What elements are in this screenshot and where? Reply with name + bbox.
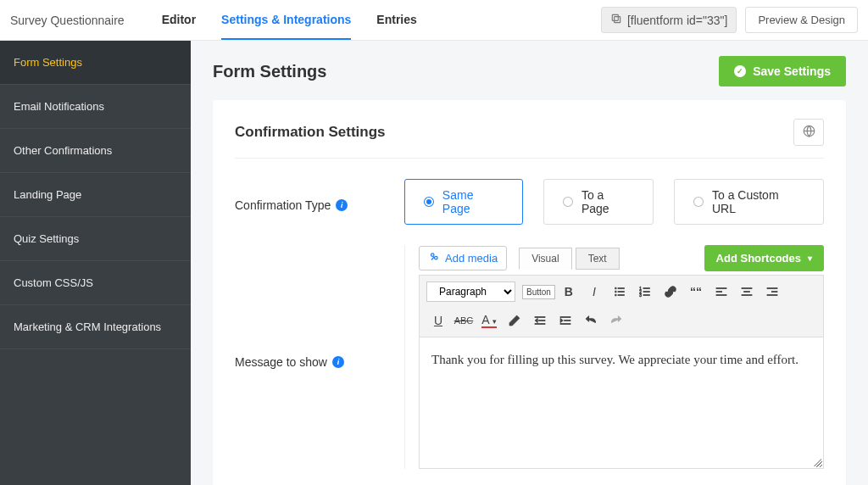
- message-to-show-label: Message to show: [235, 355, 327, 369]
- radio-label-to-page: To a Page: [581, 188, 634, 215]
- form-name: Survey Questionnaire: [10, 14, 125, 27]
- info-icon[interactable]: i: [332, 356, 344, 368]
- strikethrough-button[interactable]: ABC: [452, 309, 476, 332]
- check-icon: ✓: [734, 65, 746, 77]
- svg-point-7: [615, 291, 616, 293]
- clear-format-button[interactable]: [503, 309, 526, 332]
- undo-button[interactable]: [579, 309, 603, 332]
- quote-button[interactable]: ““: [684, 281, 708, 303]
- svg-rect-25: [767, 294, 777, 295]
- svg-rect-16: [643, 294, 649, 295]
- save-settings-button[interactable]: ✓ Save Settings: [719, 56, 846, 86]
- info-icon[interactable]: i: [336, 199, 348, 211]
- preview-design-button[interactable]: Preview & Design: [745, 7, 858, 33]
- tab-entries[interactable]: Entries: [376, 1, 416, 40]
- resize-handle[interactable]: [813, 458, 821, 466]
- svg-rect-29: [535, 323, 545, 324]
- align-right-button[interactable]: [760, 281, 784, 303]
- svg-rect-12: [643, 287, 649, 288]
- add-media-label: Add media: [445, 252, 498, 265]
- save-button-label: Save Settings: [753, 64, 831, 78]
- chevron-down-icon: ▾: [808, 254, 812, 263]
- svg-point-4: [435, 256, 438, 259]
- svg-text:3: 3: [639, 293, 642, 298]
- confirmation-type-label: Confirmation Type: [235, 198, 331, 212]
- svg-rect-18: [716, 291, 722, 292]
- svg-rect-32: [565, 320, 570, 321]
- button-label-tag: Button: [522, 285, 555, 299]
- svg-rect-6: [618, 287, 624, 288]
- outdent-button[interactable]: [528, 309, 552, 332]
- svg-rect-26: [535, 316, 545, 317]
- svg-rect-30: [560, 316, 570, 317]
- copy-icon: [610, 13, 622, 27]
- sidebar-item-custom-css-js[interactable]: Custom CSS/JS: [0, 261, 191, 305]
- radio-icon: [563, 197, 573, 207]
- shortcode-box[interactable]: [fluentform id="33"]: [601, 7, 737, 33]
- radio-icon: [424, 197, 434, 207]
- sidebar-item-landing-page[interactable]: Landing Page: [0, 173, 191, 217]
- svg-rect-20: [742, 287, 752, 288]
- align-center-button[interactable]: [735, 281, 759, 303]
- sidebar-item-form-settings[interactable]: Form Settings: [0, 41, 191, 85]
- svg-point-5: [615, 287, 616, 289]
- sidebar-item-quiz-settings[interactable]: Quiz Settings: [0, 217, 191, 261]
- shortcode-text: [fluentform id="33"]: [627, 14, 728, 27]
- format-select[interactable]: Paragraph: [426, 282, 515, 302]
- svg-rect-19: [716, 294, 726, 295]
- svg-rect-23: [767, 287, 777, 288]
- sidebar-item-marketing-crm[interactable]: Marketing & CRM Integrations: [0, 305, 191, 349]
- svg-marker-31: [560, 318, 563, 322]
- svg-rect-24: [771, 291, 777, 292]
- indent-button[interactable]: [554, 309, 577, 332]
- globe-button[interactable]: [793, 119, 824, 146]
- svg-marker-27: [535, 318, 537, 322]
- radio-to-page[interactable]: To a Page: [543, 179, 654, 225]
- svg-rect-1: [612, 14, 618, 20]
- bullet-list-button[interactable]: [608, 281, 632, 303]
- add-shortcodes-label: Add Shortcodes: [716, 252, 801, 265]
- bold-button[interactable]: B: [557, 281, 581, 303]
- editor-tab-visual[interactable]: Visual: [519, 248, 571, 270]
- editor-tab-text[interactable]: Text: [576, 248, 620, 270]
- sidebar-item-other-confirmations[interactable]: Other Confirmations: [0, 129, 191, 173]
- tab-editor[interactable]: Editor: [162, 1, 196, 40]
- italic-button[interactable]: I: [582, 281, 606, 303]
- redo-button[interactable]: [604, 309, 628, 332]
- numbered-list-button[interactable]: 123: [633, 281, 657, 303]
- page-title: Form Settings: [213, 62, 326, 81]
- media-icon: [428, 251, 440, 265]
- svg-rect-10: [618, 294, 624, 295]
- svg-point-9: [615, 294, 616, 296]
- radio-icon: [693, 197, 704, 207]
- underline-button[interactable]: U: [426, 309, 450, 332]
- align-left-button[interactable]: [709, 281, 733, 303]
- radio-label-to-url: To a Custom URL: [712, 188, 804, 215]
- add-media-button[interactable]: Add media: [419, 246, 507, 270]
- svg-point-3: [431, 254, 435, 257]
- svg-rect-22: [742, 294, 752, 295]
- message-editor[interactable]: Thank you for filling up this survey. We…: [419, 337, 824, 469]
- svg-rect-8: [618, 291, 624, 292]
- sidebar: Form Settings Email Notifications Other …: [0, 41, 191, 485]
- confirmation-heading: Confirmation Settings: [235, 124, 386, 141]
- globe-icon: [803, 125, 815, 140]
- radio-label-same-page: Same Page: [442, 188, 504, 215]
- radio-same-page[interactable]: Same Page: [404, 179, 523, 225]
- sidebar-item-email-notifications[interactable]: Email Notifications: [0, 85, 191, 129]
- radio-to-custom-url[interactable]: To a Custom URL: [674, 179, 824, 225]
- link-button[interactable]: [659, 281, 682, 303]
- svg-rect-0: [615, 17, 620, 23]
- svg-rect-17: [716, 287, 726, 288]
- tab-settings-integrations[interactable]: Settings & Integrations: [221, 1, 351, 40]
- message-body-text: Thank you for filling up this survey. We…: [431, 353, 798, 366]
- add-shortcodes-button[interactable]: Add Shortcodes ▾: [704, 245, 824, 271]
- svg-rect-33: [560, 323, 570, 324]
- svg-rect-21: [744, 291, 750, 292]
- text-color-button[interactable]: A ▾: [477, 309, 501, 332]
- svg-rect-28: [539, 320, 545, 321]
- svg-rect-14: [643, 291, 649, 292]
